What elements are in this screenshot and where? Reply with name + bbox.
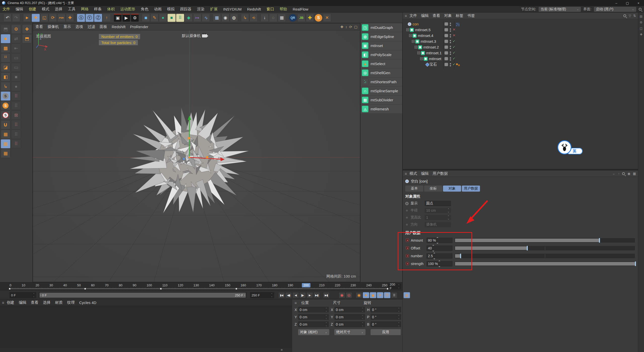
visibility-dots[interactable]: [450, 40, 451, 41]
visibility-toggle[interactable]: [445, 46, 448, 49]
object-manager-menu-item[interactable]: 编辑: [421, 13, 429, 18]
expand-toggle-icon[interactable]: [409, 34, 412, 37]
toolbar-button[interactable]: ↓: [261, 14, 269, 22]
keyframe-marker[interactable]: [235, 288, 237, 290]
toolbar-button[interactable]: ▦: [278, 14, 286, 22]
visibility-dots[interactable]: [450, 34, 451, 35]
current-frame-field[interactable]: 200 F: [388, 283, 401, 289]
toolbar-button[interactable]: [238, 14, 240, 22]
record-toggle-button[interactable]: ◉: [339, 292, 345, 298]
visibility-dots[interactable]: [450, 63, 451, 64]
property-field[interactable]: 摄像机: [425, 222, 451, 227]
toolbar-button[interactable]: ⟳: [49, 14, 57, 22]
viewport-menu-item[interactable]: Redshift: [112, 25, 126, 29]
toolbar-button[interactable]: ◉: [221, 14, 229, 22]
mt-command-item[interactable]: ▦ mtSubDivider: [360, 96, 402, 105]
stepper-icon[interactable]: [398, 308, 400, 312]
transport-button[interactable]: ◀: [292, 292, 299, 298]
material-menu-item[interactable]: Cycles 4D: [79, 300, 96, 305]
menu-item[interactable]: 渲染: [197, 7, 205, 12]
viewport[interactable]: 查看摄像机显示选项过滤面板RedshiftProRender ✚↕⟳▢ 透视视图…: [33, 23, 360, 282]
object-name[interactable]: mtInset.1: [426, 51, 442, 55]
palette-button[interactable]: ▩: [1, 44, 10, 53]
menu-item[interactable]: 选择: [55, 7, 62, 12]
viewport-nav-icon[interactable]: ⟳: [349, 25, 352, 29]
layout-tab-icon[interactable]: ▤: [640, 15, 642, 18]
expand-toggle-icon[interactable]: [420, 57, 423, 60]
object-row[interactable]: con: [403, 21, 638, 27]
toolbar-button[interactable]: [21, 14, 23, 22]
toolbar-button[interactable]: Ⓧ: [77, 14, 85, 22]
mt-command-item[interactable]: ◎ mtShellGen: [360, 68, 402, 77]
object-manager-menu-item[interactable]: 标签: [456, 13, 463, 18]
user-data-value-field[interactable]: 2.5: [426, 253, 453, 259]
visibility-dots[interactable]: [450, 52, 451, 53]
palette-button[interactable]: ⬒: [22, 34, 32, 43]
material-menu-item[interactable]: 材质: [55, 300, 63, 305]
record-toggle-button[interactable]: Ⓟ: [384, 292, 390, 298]
mt-command-item[interactable]: ∩ mtSplineSample: [360, 86, 402, 96]
enable-state-icon[interactable]: [452, 51, 456, 55]
menu-item[interactable]: 样条: [94, 7, 102, 12]
stepper-icon[interactable]: [361, 308, 364, 312]
palette-button[interactable]: ↳: [1, 82, 10, 91]
enable-state-icon[interactable]: [452, 28, 456, 31]
toolbar-button[interactable]: ↳: [241, 14, 249, 22]
burger-icon[interactable]: ≡: [405, 171, 407, 176]
visibility-dots[interactable]: [450, 23, 451, 24]
visibility-toggle[interactable]: [445, 28, 448, 31]
record-toggle-button[interactable]: ▤: [404, 292, 410, 298]
palette-button[interactable]: ◪: [1, 63, 10, 72]
viewport-menu-item[interactable]: ProRender: [130, 25, 148, 29]
palette-button[interactable]: ■: [11, 72, 21, 81]
toolbar-button[interactable]: ◱: [40, 14, 48, 22]
visibility-toggle[interactable]: [445, 34, 448, 37]
animation-dot-icon[interactable]: [406, 217, 408, 218]
visibility-toggle[interactable]: [445, 63, 448, 66]
toolbar-button[interactable]: ✚: [32, 14, 40, 22]
toolbar-button[interactable]: ◌: [269, 14, 277, 22]
coordinate-mode-select[interactable]: 对象 (相对)⌄: [298, 329, 329, 335]
viewport-nav-icon[interactable]: ▢: [354, 25, 357, 29]
menu-item[interactable]: 跟踪器: [180, 7, 191, 12]
palette-button[interactable]: ⇤: [11, 44, 21, 53]
toolbar-button[interactable]: S: [314, 14, 323, 22]
stepper-icon[interactable]: [271, 293, 273, 297]
size-mode-select[interactable]: 绝对尺寸⌄: [334, 329, 366, 335]
toolbar-button[interactable]: ✎: [150, 14, 158, 22]
expand-toggle-icon[interactable]: [412, 40, 415, 43]
menu-item[interactable]: RealFlow: [293, 7, 308, 11]
expand-toggle-icon[interactable]: [417, 52, 420, 54]
menu-item[interactable]: INSYDIUM: [223, 7, 242, 11]
camera-label[interactable]: 默认摄像机: [182, 33, 207, 38]
visibility-toggle[interactable]: [445, 40, 448, 43]
menu-item[interactable]: 编辑: [16, 7, 23, 12]
menu-item[interactable]: 模式: [42, 7, 49, 12]
axis-gizmo[interactable]: [33, 30, 360, 282]
toolbar-button[interactable]: [210, 14, 212, 22]
position-field[interactable]: 0 cm: [298, 307, 329, 313]
position-field[interactable]: 0 cm: [298, 321, 329, 327]
user-data-value-field[interactable]: 100 %: [426, 261, 453, 267]
interface-select[interactable]: 启动 (用户)⌄: [594, 7, 636, 12]
size-field[interactable]: 0 cm: [334, 314, 365, 320]
stepper-icon[interactable]: [398, 322, 400, 326]
menu-item[interactable]: 运动图形: [120, 7, 135, 12]
search-icon[interactable]: [639, 8, 641, 11]
object-name[interactable]: 宝石: [429, 62, 437, 67]
stepper-icon[interactable]: [361, 322, 364, 326]
visibility-dots[interactable]: [450, 57, 451, 59]
viewport-menu-item[interactable]: 查看: [35, 24, 43, 29]
object-manager-menu-item[interactable]: 查看: [433, 13, 440, 18]
object-name[interactable]: mtInset.3: [421, 39, 436, 43]
palette-button[interactable]: ▦: [1, 139, 10, 148]
palette-button[interactable]: ⠿: [11, 101, 21, 110]
palette-button[interactable]: S: [1, 101, 10, 110]
stepper-icon[interactable]: [325, 315, 327, 319]
add-tab-icon[interactable]: ✚: [640, 33, 642, 36]
transport-button[interactable]: ▶: [299, 292, 306, 298]
material-menu-item[interactable]: 选择: [43, 300, 51, 305]
stepper-icon[interactable]: [432, 244, 435, 252]
object-manager-tool-icon[interactable]: ⇅: [633, 14, 636, 18]
stepper-icon[interactable]: [433, 252, 436, 260]
